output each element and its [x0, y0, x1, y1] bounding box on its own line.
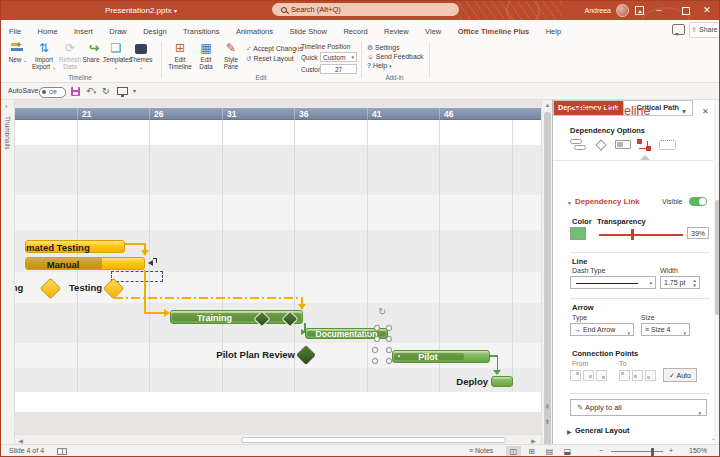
- close-icon[interactable]: ✕: [702, 107, 709, 116]
- dependency-line[interactable]: [144, 312, 164, 314]
- selection-handle[interactable]: [386, 325, 392, 331]
- connection-point-to-top[interactable]: [619, 370, 630, 381]
- reset-layout-button[interactable]: ↺ Reset Layout: [246, 54, 294, 63]
- import-export-button[interactable]: ⇅ Import Export ⌄: [31, 41, 57, 71]
- close-button[interactable]: ✕: [700, 1, 714, 20]
- dependency-dashdot-line[interactable]: [114, 297, 302, 299]
- share-button[interactable]: ⇧ Share: [689, 22, 720, 38]
- selection-handle[interactable]: [372, 347, 378, 353]
- task-bar-training[interactable]: Training: [170, 310, 303, 324]
- scrollbar-thumb[interactable]: [241, 437, 506, 443]
- scrollbar-thumb[interactable]: [715, 200, 720, 315]
- arrow-size-select[interactable]: ≡ Size 4 ▾: [641, 323, 690, 336]
- zoom-level[interactable]: 150%: [689, 445, 707, 457]
- connection-point-to-bottom[interactable]: [645, 370, 656, 381]
- transparency-slider-thumb[interactable]: [631, 229, 634, 240]
- chevron-down-icon[interactable]: ▾: [682, 107, 686, 116]
- connection-point-from-bottom[interactable]: [596, 370, 607, 381]
- arrow-type-select[interactable]: → End Arrow ▾: [570, 323, 634, 336]
- collapse-triangle-icon[interactable]: ▼: [567, 200, 572, 206]
- dependency-line[interactable]: [144, 243, 146, 250]
- templates-button[interactable]: ❏ Templates ⌄: [103, 41, 129, 71]
- avatar[interactable]: [616, 4, 629, 17]
- ribbon-display-options-icon[interactable]: [635, 6, 644, 15]
- transparency-slider-track[interactable]: [599, 234, 683, 236]
- option-taskbars-icon[interactable]: [570, 139, 588, 151]
- edit-data-button[interactable]: ▦ Edit Data: [194, 41, 218, 70]
- slide-horizontal-scrollbar[interactable]: ◀ ▶: [15, 434, 541, 444]
- new-button[interactable]: + New ⌄: [5, 41, 31, 64]
- slide-sorter-view-button[interactable]: ⊞: [524, 446, 539, 457]
- expand-triangle-icon[interactable]: ▶: [567, 428, 572, 435]
- divider: [570, 298, 710, 299]
- edit-timeline-button[interactable]: ⊞ Edit Timeline: [167, 41, 193, 70]
- dependency-line[interactable]: [144, 270, 146, 314]
- zoom-slider-track[interactable]: [611, 451, 663, 452]
- notes-button[interactable]: ≡ Notes: [469, 445, 493, 457]
- themes-button[interactable]: Themes ⌄: [128, 41, 154, 71]
- slide-canvas[interactable]: 21 26 31 36 41 46 mated Testing Manual: [15, 108, 541, 412]
- option-milestone-icon[interactable]: [595, 139, 609, 151]
- zoom-in-button[interactable]: +: [669, 445, 673, 457]
- task-bar-deploy[interactable]: [491, 376, 513, 387]
- dependency-line[interactable]: [125, 243, 146, 245]
- scroll-right-icon[interactable]: ▶: [528, 437, 539, 444]
- selection-handle[interactable]: [374, 325, 380, 331]
- dash-type-select[interactable]: ▾: [570, 276, 656, 289]
- rotation-handle-icon[interactable]: ↻: [378, 306, 386, 317]
- undo-icon[interactable]: ↶▾: [86, 83, 96, 99]
- maximize-button[interactable]: [682, 7, 690, 15]
- spell-check-icon[interactable]: [57, 448, 67, 455]
- option-dependency-icon-selected[interactable]: [637, 139, 653, 151]
- selection-handle[interactable]: [386, 336, 392, 342]
- send-feedback-button[interactable]: ☺ Send Feedback: [367, 52, 423, 61]
- slide-vertical-scrollbar[interactable]: ▲ ▼ ⇞ ⇟: [541, 100, 552, 444]
- quick-label: Quick: [301, 53, 318, 62]
- option-elapsed-icon[interactable]: [659, 139, 677, 151]
- color-swatch[interactable]: [570, 227, 586, 240]
- thumbnails-pane-collapsed[interactable]: › Thumbnails: [1, 100, 15, 444]
- general-layout-header[interactable]: General Layout: [575, 426, 630, 435]
- timescale-band[interactable]: 21 26 31 36 41 46: [15, 108, 541, 120]
- slide-indicator[interactable]: Slide 4 of 4: [9, 445, 44, 457]
- accept-changes-button[interactable]: ✓ Accept Changes: [246, 44, 303, 53]
- minimize-button[interactable]: –: [652, 1, 666, 20]
- autosave-toggle[interactable]: Off: [39, 87, 66, 98]
- auto-toggle-button[interactable]: ✓ Auto: [663, 368, 697, 382]
- transparency-value[interactable]: 39%: [687, 227, 709, 239]
- connection-point-from-top[interactable]: [570, 370, 581, 381]
- option-rowbar-icon[interactable]: [615, 139, 633, 151]
- slideshow-button[interactable]: ⬓: [560, 446, 575, 457]
- search-input[interactable]: Search (Alt+Q): [272, 3, 459, 16]
- redo-icon[interactable]: ↻: [102, 83, 110, 99]
- dependency-line-green[interactable]: [497, 355, 499, 370]
- scroll-down-icon[interactable]: ⌄: [711, 434, 716, 441]
- connection-point-from-mid[interactable]: [583, 370, 594, 381]
- visible-toggle[interactable]: [689, 197, 707, 206]
- selection-handle[interactable]: [374, 336, 380, 342]
- scroll-left-icon[interactable]: ◀: [15, 437, 26, 444]
- zoom-out-button[interactable]: −: [599, 445, 603, 457]
- task-bar-pilot[interactable]: Pilot: [392, 350, 490, 363]
- custom-position-input[interactable]: 27: [320, 64, 357, 74]
- panel-scrollbar[interactable]: [714, 100, 720, 444]
- normal-view-button[interactable]: ◫: [506, 446, 521, 457]
- refresh-data-button[interactable]: ⟳ Refresh Data: [57, 41, 83, 70]
- comments-icon[interactable]: [672, 24, 685, 35]
- customize-qat-icon[interactable]: ▾: [133, 83, 136, 99]
- selection-handle[interactable]: [372, 358, 378, 364]
- quick-select[interactable]: Custom▾: [320, 52, 357, 62]
- zoom-slider-thumb[interactable]: [651, 448, 654, 456]
- help-button[interactable]: ? Help ▾: [367, 61, 391, 70]
- reading-view-button[interactable]: ▤: [542, 446, 557, 457]
- connection-point-to-mid[interactable]: [632, 370, 643, 381]
- document-title[interactable]: Presentation2.pptx ▾: [105, 1, 177, 20]
- save-icon[interactable]: [71, 87, 80, 96]
- style-pane-button[interactable]: ✎ Style Pane: [219, 41, 243, 70]
- settings-button[interactable]: ⚙ Settings: [367, 43, 400, 52]
- apply-to-all-button[interactable]: ✎ Apply to all ▾: [570, 399, 707, 416]
- start-slideshow-icon[interactable]: [117, 87, 128, 95]
- width-stepper[interactable]: 1.75 pt ▲▼: [660, 276, 700, 289]
- dependency-line[interactable]: [301, 297, 303, 304]
- account-name[interactable]: Andreea Alexandrov: [549, 1, 611, 20]
